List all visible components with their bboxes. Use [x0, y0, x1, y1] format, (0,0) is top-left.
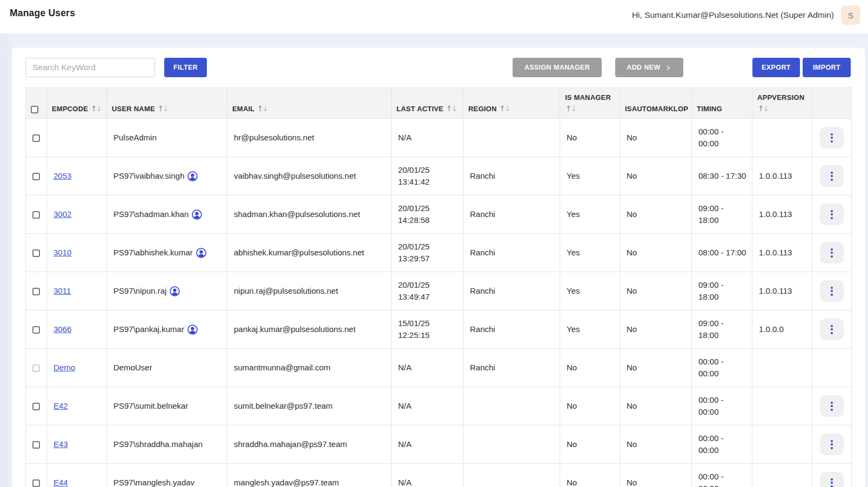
row-actions-button[interactable] — [820, 242, 844, 263]
header-cell-is_manager[interactable]: IS MANAGER ↑↓ — [560, 88, 620, 119]
export-button[interactable]: EXPORT — [752, 58, 800, 77]
row-actions-button[interactable] — [820, 165, 844, 187]
sort-icon[interactable]: ↑↓ — [257, 104, 267, 113]
cell-actions — [812, 234, 852, 272]
dot-icon — [831, 402, 833, 404]
table-row: 3002 PS97\shadman.khan shadman.khan@puls… — [26, 195, 852, 234]
sort-up-icon: ↑ — [91, 104, 96, 113]
empcode-link[interactable]: E43 — [53, 439, 68, 449]
cell-is-manager: No — [560, 387, 620, 425]
isautomarklop-text: No — [627, 478, 637, 487]
cell-region: Ranchi — [463, 234, 560, 272]
select-all-checkbox[interactable] — [31, 106, 38, 113]
header-cell-user_name[interactable]: USER NAME ↑↓ — [107, 88, 227, 119]
last-active-text: N/A — [398, 133, 412, 142]
column-label: EMPCODE — [52, 105, 88, 113]
sort-icon[interactable]: ↑↓ — [758, 104, 768, 113]
cell-checkbox — [26, 425, 47, 464]
region-text: Ranchi — [470, 363, 495, 372]
cell-empcode: 2053 — [47, 157, 107, 195]
row-checkbox[interactable] — [32, 249, 40, 257]
email-text: nipun.raj@pulsesolutions.net — [234, 286, 338, 295]
cell-actions — [812, 349, 852, 387]
import-button[interactable]: IMPORT — [803, 58, 851, 77]
sort-icon[interactable]: ↑↓ — [158, 104, 168, 113]
header-cell-region[interactable]: REGION ↑↓ — [463, 88, 560, 119]
header-cell-email[interactable]: EMAIL ↑↓ — [227, 88, 392, 119]
cell-email: manglesh.yadav@ps97.team — [227, 464, 392, 487]
sort-up-icon: ↑ — [566, 104, 571, 113]
empcode-link[interactable]: E44 — [53, 478, 68, 487]
cell-region: Ranchi — [463, 310, 560, 349]
sort-icon[interactable]: ↑↓ — [446, 104, 456, 113]
cell-isautomarklop: No — [620, 464, 692, 487]
search-input[interactable] — [25, 58, 155, 77]
cell-empcode: 3011 — [47, 272, 107, 310]
user-avatar-icon — [187, 171, 198, 181]
table-row: E42 PS97\sumit.belnekar sumit.belnekar@p… — [26, 387, 852, 425]
row-actions-button[interactable] — [820, 395, 844, 417]
row-actions-button[interactable] — [820, 127, 844, 148]
user-avatar[interactable]: S — [841, 5, 860, 25]
cell-is-manager: Yes — [560, 310, 620, 349]
filter-button[interactable]: FILTER — [164, 58, 207, 77]
empcode-link[interactable]: 3002 — [53, 209, 71, 219]
row-actions-button[interactable] — [820, 280, 844, 302]
topbar: Manage Users Hi, Sumant.Kumar@Pulsesolut… — [0, 0, 868, 33]
avatar-initial: S — [848, 11, 853, 20]
header-cell-last_active[interactable]: LAST ACTIVE ↑↓ — [392, 88, 463, 119]
row-checkbox[interactable] — [32, 288, 40, 295]
cell-isautomarklop: No — [620, 387, 692, 425]
row-checkbox[interactable] — [32, 173, 40, 180]
row-checkbox[interactable] — [32, 479, 40, 487]
sort-icon[interactable]: ↑↓ — [566, 104, 576, 113]
user-name-text: PS97\vaibhav.singh — [113, 170, 184, 182]
row-checkbox[interactable] — [32, 326, 40, 334]
header-cell-appversion[interactable]: APPVERSION ↑↓ — [752, 88, 812, 119]
appversion-text: 1.0.0.0 — [759, 324, 784, 334]
row-actions-button[interactable] — [820, 204, 844, 225]
page-title: Manage Users — [10, 8, 75, 19]
empcode-link[interactable]: 3010 — [53, 248, 71, 257]
cell-email: pankaj.kumar@pulsesolutions.net — [227, 310, 392, 349]
isautomarklop-text: No — [627, 401, 637, 410]
empcode-link[interactable]: 2053 — [53, 171, 71, 180]
sort-down-icon: ↓ — [263, 104, 268, 113]
cell-email: vaibhav.singh@pulsesolutions.net — [227, 157, 392, 195]
cell-timing: 00:00 - 00:00 — [692, 349, 752, 387]
cell-isautomarklop: No — [620, 310, 692, 349]
row-checkbox[interactable] — [32, 441, 40, 449]
isautomarklop-text: No — [627, 286, 637, 295]
row-checkbox[interactable] — [32, 134, 40, 142]
empcode-link[interactable]: 3011 — [53, 286, 71, 295]
row-actions-button[interactable] — [820, 319, 844, 340]
assign-manager-button[interactable]: ASSIGN MANAGER — [513, 58, 602, 77]
dot-icon — [831, 443, 833, 445]
row-checkbox[interactable] — [32, 403, 40, 410]
header-cell-actions — [812, 88, 852, 119]
dot-icon — [831, 447, 833, 449]
dot-icon — [831, 172, 833, 174]
is-manager-text: Yes — [567, 324, 580, 334]
sort-icon[interactable]: ↑↓ — [499, 104, 509, 113]
row-actions-button[interactable] — [820, 434, 844, 455]
topbar-right: Hi, Sumant.Kumar@Pulsesolutions.Net (Sup… — [632, 5, 860, 25]
sort-up-icon: ↑ — [257, 104, 263, 113]
last-active-text: 20/01/25 14:28:58 — [398, 204, 429, 225]
sort-icon[interactable]: ↑↓ — [91, 104, 101, 113]
users-card: FILTER ASSIGN MANAGER ADD NEW EXPORT IMP… — [12, 48, 865, 487]
empcode-link[interactable]: 3066 — [53, 324, 71, 334]
header-cell-isautomarklop: ISAUTOMARKLOP — [620, 88, 692, 119]
row-actions-button[interactable] — [820, 472, 844, 487]
cell-appversion: 1.0.0.113 — [752, 195, 812, 234]
cell-email: sumit.belnekar@ps97.team — [227, 387, 392, 425]
column-label: REGION — [468, 105, 496, 113]
cell-empcode: 3010 — [47, 234, 107, 272]
row-checkbox[interactable] — [32, 211, 40, 219]
add-new-button[interactable]: ADD NEW — [615, 58, 683, 77]
header-cell-empcode[interactable]: EMPCODE ↑↓ — [47, 88, 107, 119]
timing-text: 00:00 - 00:00 — [698, 127, 724, 148]
empcode-link[interactable]: E42 — [53, 401, 68, 410]
cell-is-manager: No — [560, 119, 620, 157]
empcode-link[interactable]: Demo — [53, 363, 75, 372]
